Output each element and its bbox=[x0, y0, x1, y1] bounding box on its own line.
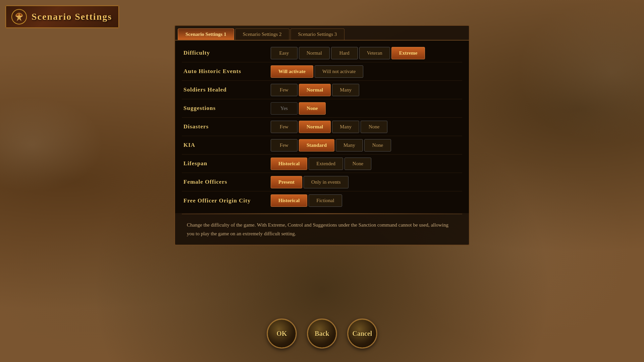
free-officer-fictional[interactable]: Fictional bbox=[309, 194, 342, 207]
kia-label: KIA bbox=[183, 142, 271, 148]
female-officers-options: Present Only in events bbox=[271, 176, 461, 188]
suggestions-options: Yes None bbox=[271, 102, 461, 115]
difficulty-veteran[interactable]: Veteran bbox=[359, 47, 390, 59]
setting-row-suggestions: Suggestions Yes None bbox=[182, 99, 462, 118]
difficulty-options: Easy Normal Hard Veteran Extreme bbox=[271, 47, 461, 59]
disasters-none[interactable]: None bbox=[361, 121, 387, 133]
lifespan-extended[interactable]: Extended bbox=[309, 158, 343, 170]
difficulty-easy[interactable]: Easy bbox=[271, 47, 298, 59]
setting-row-female-officers: Female Officers Present Only in events bbox=[182, 173, 462, 191]
free-officer-origin-label: Free Officer Origin City bbox=[183, 197, 271, 204]
setting-row-soldiers-healed: Soldiers Healed Few Normal Many bbox=[182, 81, 462, 99]
auto-historic-will-activate[interactable]: Will activate bbox=[271, 65, 313, 78]
tabs-bar: Scenario Settings 1 Scenario Settings 2 … bbox=[175, 26, 469, 40]
disasters-options: Few Normal Many None bbox=[271, 121, 461, 133]
soldiers-healed-label: Soldiers Healed bbox=[183, 86, 271, 93]
setting-row-auto-historic: Auto Historic Events Will activate Will … bbox=[182, 62, 462, 81]
auto-historic-label: Auto Historic Events bbox=[183, 68, 271, 75]
auto-historic-will-not-activate[interactable]: Will not activate bbox=[315, 65, 363, 78]
back-button[interactable]: Back bbox=[307, 318, 337, 349]
disasters-label: Disasters bbox=[183, 123, 271, 130]
female-officers-label: Female Officers bbox=[183, 179, 271, 185]
kia-none[interactable]: None bbox=[364, 139, 391, 152]
difficulty-label: Difficulty bbox=[183, 50, 271, 56]
bottom-buttons: OK Back Cancel bbox=[267, 318, 377, 349]
free-officer-origin-options: Historical Fictional bbox=[271, 194, 461, 207]
disasters-normal[interactable]: Normal bbox=[299, 121, 331, 133]
difficulty-extreme[interactable]: Extreme bbox=[391, 47, 425, 59]
tab-scenario-settings-2[interactable]: Scenario Settings 2 bbox=[235, 28, 289, 40]
settings-area: Difficulty Easy Normal Hard Veteran Extr… bbox=[175, 40, 469, 213]
disasters-many[interactable]: Many bbox=[332, 121, 359, 133]
suggestions-label: Suggestions bbox=[183, 105, 271, 112]
suggestions-none[interactable]: None bbox=[299, 102, 326, 115]
content-panel: Scenario Settings 1 Scenario Settings 2 … bbox=[174, 25, 470, 245]
title-bar: Scenario Settings bbox=[5, 5, 119, 28]
kia-options: Few Standard Many None bbox=[271, 139, 461, 152]
description-text: Change the difficulty of the game. With … bbox=[187, 221, 457, 238]
lifespan-none[interactable]: None bbox=[344, 158, 371, 170]
free-officer-historical[interactable]: Historical bbox=[271, 194, 307, 207]
female-officers-present[interactable]: Present bbox=[271, 176, 302, 188]
soldiers-healed-options: Few Normal Many bbox=[271, 84, 461, 96]
soldiers-healed-normal[interactable]: Normal bbox=[299, 84, 331, 96]
page-title: Scenario Settings bbox=[32, 11, 112, 22]
description-area: Change the difficulty of the game. With … bbox=[182, 214, 462, 245]
tab-scenario-settings-1[interactable]: Scenario Settings 1 bbox=[178, 28, 234, 40]
lifespan-label: Lifespan bbox=[183, 160, 271, 167]
kia-many[interactable]: Many bbox=[336, 139, 363, 152]
difficulty-normal[interactable]: Normal bbox=[299, 47, 330, 59]
auto-historic-options: Will activate Will not activate bbox=[271, 65, 461, 78]
female-officers-only-in-events[interactable]: Only in events bbox=[304, 176, 348, 188]
suggestions-yes[interactable]: Yes bbox=[271, 102, 298, 115]
lifespan-options: Historical Extended None bbox=[271, 158, 461, 170]
title-icon bbox=[11, 8, 28, 25]
kia-standard[interactable]: Standard bbox=[299, 139, 334, 152]
tab-scenario-settings-3[interactable]: Scenario Settings 3 bbox=[290, 28, 345, 40]
soldiers-healed-many[interactable]: Many bbox=[332, 84, 359, 96]
ok-button[interactable]: OK bbox=[267, 318, 297, 349]
setting-row-lifespan: Lifespan Historical Extended None bbox=[182, 155, 462, 173]
setting-row-disasters: Disasters Few Normal Many None bbox=[182, 118, 462, 136]
difficulty-hard[interactable]: Hard bbox=[331, 47, 358, 59]
setting-row-free-officer-origin: Free Officer Origin City Historical Fict… bbox=[182, 191, 462, 210]
cancel-button[interactable]: Cancel bbox=[347, 318, 377, 349]
soldiers-healed-few[interactable]: Few bbox=[271, 84, 298, 96]
kia-few[interactable]: Few bbox=[271, 139, 298, 152]
setting-row-difficulty: Difficulty Easy Normal Hard Veteran Extr… bbox=[182, 44, 462, 62]
disasters-few[interactable]: Few bbox=[271, 121, 298, 133]
setting-row-kia: KIA Few Standard Many None bbox=[182, 136, 462, 155]
lifespan-historical[interactable]: Historical bbox=[271, 158, 307, 170]
